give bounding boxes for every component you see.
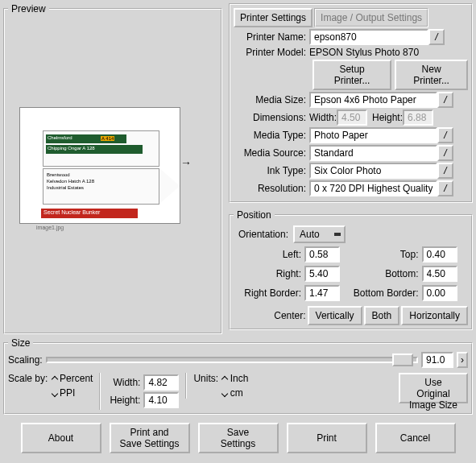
size-width-label: Width: bbox=[107, 377, 143, 388]
size-height-input[interactable] bbox=[143, 392, 179, 408]
media-source-menu[interactable]: / bbox=[437, 145, 453, 161]
ink-type-label: Ink Type: bbox=[234, 165, 309, 176]
preview-legend: Preview bbox=[8, 3, 49, 14]
scaling-spinner[interactable]: › bbox=[457, 352, 468, 368]
print-and-save-button[interactable]: Print and Save Settings bbox=[110, 423, 190, 453]
save-settings-button[interactable]: Save Settings bbox=[198, 423, 279, 453]
center-label: Center: bbox=[274, 310, 305, 321]
orientation-label: Orientation: bbox=[238, 229, 288, 240]
dim-height-label: Height: bbox=[372, 112, 403, 123]
right-label: Right: bbox=[234, 268, 304, 279]
media-type-input[interactable] bbox=[309, 127, 437, 143]
ink-type-menu[interactable]: / bbox=[437, 163, 453, 179]
use-original-size-button[interactable]: Use Original Image Size bbox=[399, 373, 468, 403]
size-legend: Size bbox=[8, 337, 33, 349]
scale-by-ppi[interactable]: PPI bbox=[52, 387, 93, 399]
printer-name-input[interactable] bbox=[309, 29, 428, 45]
printer-model-label: Printer Model: bbox=[234, 47, 309, 58]
center-vertically-button[interactable]: Vertically bbox=[308, 306, 362, 325]
media-type-label: Media Type: bbox=[234, 130, 309, 141]
center-both-button[interactable]: Both bbox=[364, 306, 400, 325]
resolution-menu[interactable]: / bbox=[437, 180, 453, 196]
position-panel: Position Orientation: Auto Left: Top: Ri… bbox=[229, 209, 473, 330]
bottom-label: Bottom: bbox=[351, 268, 422, 279]
top-input[interactable] bbox=[422, 246, 457, 263]
tab-printer-settings[interactable]: Printer Settings bbox=[234, 8, 313, 27]
scaling-slider[interactable] bbox=[46, 357, 418, 363]
scaling-input[interactable] bbox=[421, 352, 453, 368]
dim-width-label: Width: bbox=[309, 112, 337, 123]
media-size-menu[interactable]: / bbox=[437, 92, 453, 108]
size-panel: Size Scaling: › Scale by: Percent PPI Wi… bbox=[3, 337, 473, 415]
media-size-label: Media Size: bbox=[234, 94, 309, 105]
bottom-border-input[interactable] bbox=[422, 285, 457, 301]
arrow-icon: → bbox=[180, 156, 192, 169]
printer-model-value: EPSON Stylus Photo 870 bbox=[309, 47, 419, 58]
media-type-menu[interactable]: / bbox=[437, 127, 453, 143]
right-border-label: Right Border: bbox=[234, 287, 304, 299]
print-button[interactable]: Print bbox=[287, 423, 367, 453]
dim-width-input bbox=[337, 110, 367, 126]
preview-panel: Preview Chelmsford A 414 Chipping Ongar … bbox=[3, 3, 222, 334]
bottom-input[interactable] bbox=[422, 266, 457, 282]
size-width-input[interactable] bbox=[143, 374, 179, 391]
units-inch[interactable]: Inch bbox=[222, 373, 248, 384]
dimensions-label: Dimensions: bbox=[234, 112, 309, 123]
left-input[interactable] bbox=[304, 246, 340, 263]
printer-name-label: Printer Name: bbox=[234, 31, 309, 43]
tab-image-output[interactable]: Image / Output Settings bbox=[314, 8, 428, 27]
orientation-select[interactable]: Auto bbox=[293, 225, 346, 243]
size-height-label: Height: bbox=[107, 395, 143, 406]
new-printer-button[interactable]: New Printer... bbox=[395, 60, 468, 90]
about-button[interactable]: About bbox=[21, 423, 101, 453]
setup-printer-button[interactable]: Setup Printer... bbox=[313, 60, 391, 90]
scale-by-percent[interactable]: Percent bbox=[52, 373, 93, 384]
right-border-input[interactable] bbox=[304, 285, 340, 301]
media-source-label: Media Source: bbox=[234, 147, 309, 159]
resolution-input[interactable] bbox=[309, 180, 437, 196]
right-input[interactable] bbox=[304, 266, 340, 282]
dim-height-input bbox=[403, 110, 433, 126]
resolution-label: Resolution: bbox=[234, 183, 309, 194]
ink-type-input[interactable] bbox=[309, 163, 437, 179]
scale-by-label: Scale by: bbox=[8, 373, 48, 384]
media-size-input[interactable] bbox=[309, 92, 437, 108]
printer-settings-panel: Printer Settings Image / Output Settings… bbox=[229, 3, 473, 203]
scaling-label: Scaling: bbox=[8, 354, 43, 366]
units-cm[interactable]: cm bbox=[222, 387, 248, 399]
media-source-input[interactable] bbox=[309, 145, 437, 161]
top-label: Top: bbox=[351, 249, 422, 260]
printer-name-menu[interactable]: / bbox=[428, 29, 445, 45]
cancel-button[interactable]: Cancel bbox=[375, 423, 456, 453]
units-label: Units: bbox=[193, 373, 218, 384]
left-label: Left: bbox=[234, 249, 304, 260]
bottom-border-label: Bottom Border: bbox=[351, 287, 422, 299]
position-legend: Position bbox=[234, 209, 275, 221]
center-horizontally-button[interactable]: Horizontally bbox=[401, 306, 468, 325]
preview-image[interactable]: Chelmsford A 414 Chipping Ongar A 128 Br… bbox=[19, 107, 180, 224]
